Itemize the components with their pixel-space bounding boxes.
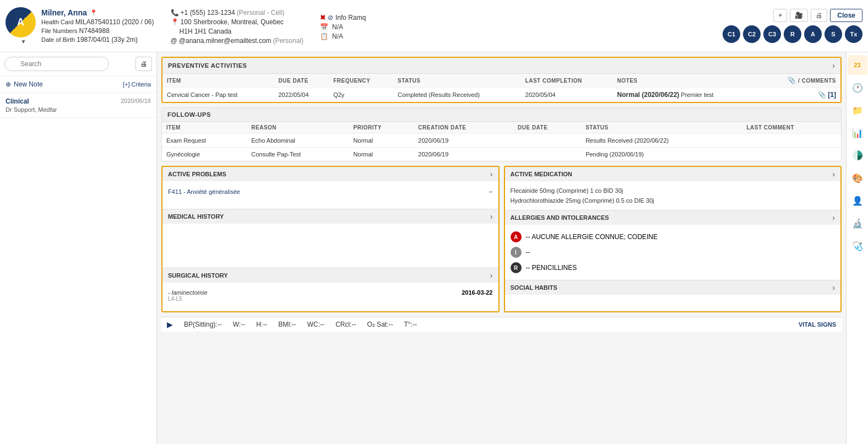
file-numbers: File Numbers N7484988 xyxy=(41,27,154,35)
active-medication-expand-icon[interactable]: › xyxy=(832,170,835,178)
add-button[interactable]: + xyxy=(773,9,787,22)
print-button[interactable]: 🖨 xyxy=(811,9,827,22)
social-habits-expand-icon[interactable]: › xyxy=(832,283,835,292)
active-medication-title: ACTIVE MEDICATION xyxy=(511,171,572,177)
criteria-button[interactable]: [+] Criteria xyxy=(123,81,151,88)
col-item: ITEM xyxy=(162,74,274,88)
close-button[interactable]: Close xyxy=(830,9,862,22)
active-problems-expand-icon[interactable]: › xyxy=(490,170,493,178)
sidebar-search-area: 🔍 🖨 xyxy=(0,52,156,76)
search-input[interactable] xyxy=(4,57,109,71)
o2-value: O₂ Sat:-- xyxy=(367,321,393,328)
pin-icon: 📍 xyxy=(90,9,97,17)
location-icon: 📍 xyxy=(171,18,179,26)
patient-address1: 📍 100 Sherbrooke, Montreal, Quebec xyxy=(171,18,303,26)
preventive-status: Completed (Results Received) xyxy=(393,88,521,102)
ramq-na2: 📋 N/A xyxy=(320,33,366,40)
c2-button[interactable]: C2 xyxy=(743,25,761,43)
fu-status: Pending (2020/06/19) xyxy=(581,148,742,161)
a-button[interactable]: A xyxy=(804,25,822,43)
surgical-history-expand-icon[interactable]: › xyxy=(490,271,493,280)
c3-button[interactable]: C3 xyxy=(763,25,781,43)
medical-history-title: MEDICAL HISTORY xyxy=(168,213,224,220)
email-icon: @ xyxy=(171,37,177,45)
patient-ramq: ✖ ⊘ Info Ramq 📅 N/A 📋 N/A xyxy=(320,12,366,40)
patient-avatar[interactable]: A xyxy=(6,7,36,37)
problem-item[interactable]: F411 - Anxiété généralisée – xyxy=(168,186,493,198)
followup-row[interactable]: Gynécologie Consulte Pap-Test Normal 202… xyxy=(162,148,841,161)
toolbar-btn-palette[interactable]: 🎨 xyxy=(848,168,867,188)
patient-info: Milner, Anna 📍 Health Card MILA87540110 … xyxy=(41,8,154,44)
allergies-expand-icon[interactable]: › xyxy=(832,213,835,222)
video-button[interactable]: 🎥 xyxy=(790,9,808,22)
status-bar-arrow[interactable]: ▶ xyxy=(167,320,173,329)
circle-buttons: C1 C2 C3 R A S Tx xyxy=(723,25,862,43)
preventive-activities-title: PREVENTIVE ACTIVITIES xyxy=(168,62,247,69)
s-button[interactable]: S xyxy=(824,25,842,43)
medical-history-section: MEDICAL HISTORY › xyxy=(162,209,498,268)
preventive-activities-table-wrapper: ITEM DUE DATE FREQUENCY STATUS LAST COMP… xyxy=(162,74,840,102)
toolbar-btn-folder[interactable]: 📁 xyxy=(848,100,867,120)
allergy-item[interactable]: I -- xyxy=(511,245,836,260)
followup-row[interactable]: Exam Request Echo Abdominal Normal 2020/… xyxy=(162,134,841,148)
preventive-comments[interactable]: 📎 [1] xyxy=(761,88,840,102)
medication-item[interactable]: Hydrochlorothiazide 25mg (Comprimé) 0.5 … xyxy=(511,196,836,205)
temp-value: T°:-- xyxy=(404,321,416,328)
toolbar-btn-clock[interactable]: 🕐 xyxy=(848,78,867,98)
patient-address2: H1H 1H1 Canada xyxy=(171,28,303,35)
date-of-birth: Date of Birth 1987/04/01 (33y 2m) xyxy=(41,36,154,44)
new-note-button[interactable]: ⊕ New Note xyxy=(6,80,43,88)
avatar-chevron-icon[interactable]: ▼ xyxy=(21,39,26,45)
col-notes: NOTES xyxy=(613,74,761,88)
content-area: PREVENTIVE ACTIVITIES › ITEM DUE DATE FR… xyxy=(157,52,846,444)
toolbar-btn-stethoscope[interactable]: 🩺 xyxy=(848,236,867,256)
allergies-title: ALLERGIES AND INTOLERANCES xyxy=(511,214,609,221)
ramq-error-icon: ✖ xyxy=(320,14,326,21)
sidebar-note-item[interactable]: Clinical 2020/06/18 Dr Support, Medfar xyxy=(0,93,156,118)
calendar-icon: 📅 xyxy=(320,23,328,31)
preventive-activities-table: ITEM DUE DATE FREQUENCY STATUS LAST COMP… xyxy=(162,74,840,102)
toolbar-btn-user[interactable]: 👤 xyxy=(848,191,867,210)
health-card: Health Card MILA87540110 (2020 / 06) xyxy=(41,18,154,26)
toolbar-btn-lab[interactable]: 🔬 xyxy=(848,213,867,233)
allergy-item[interactable]: R -- PENICILLINES xyxy=(511,260,836,275)
toolbar-btn-23[interactable]: 23 xyxy=(848,55,867,75)
patient-phone: 📞 +1 (555) 123-1234 (Personal - Cell) xyxy=(171,9,303,17)
allergy-item[interactable]: A -- AUCUNE ALLERGIE CONNUE; CODEINE xyxy=(511,229,836,245)
preventive-notes: Normal (2020/06/22) Premier test xyxy=(613,88,761,102)
sidebar-print-button[interactable]: 🖨 xyxy=(135,57,152,71)
allergy-badge-a: A xyxy=(511,231,522,242)
r-button[interactable]: R xyxy=(784,25,801,43)
surgical-history-title: SURGICAL HISTORY xyxy=(168,272,228,279)
preventive-item: Cervical Cancer - Pap test xyxy=(162,88,274,102)
toolbar-btn-chart[interactable]: 📊 xyxy=(848,123,867,143)
fu-col-item: ITEM xyxy=(162,122,247,134)
toolbar-btn-pie[interactable] xyxy=(848,145,867,165)
medication-item[interactable]: Flecainide 50mg (Comprimé) 1 co BID 30j xyxy=(511,186,836,196)
note-header: Clinical 2020/06/18 xyxy=(6,98,151,105)
preventive-activities-expand-icon[interactable]: › xyxy=(832,61,835,70)
right-combined-panel: ACTIVE MEDICATION › Flecainide 50mg (Com… xyxy=(504,166,842,312)
phone-icon: 📞 xyxy=(171,9,179,17)
fu-priority: Normal xyxy=(349,134,414,148)
fu-status: Results Received (2020/06/22) xyxy=(581,134,742,148)
patient-contact: 📞 +1 (555) 123-1234 (Personal - Cell) 📍 … xyxy=(171,7,303,45)
left-combined-panel: ACTIVE PROBLEMS › F411 - Anxiété général… xyxy=(161,166,500,312)
fu-reason: Consulte Pap-Test xyxy=(247,148,349,161)
preventive-activities-header: PREVENTIVE ACTIVITIES › xyxy=(162,58,840,74)
fu-col-priority: PRIORITY xyxy=(349,122,414,134)
followups-header: FOLLOW-UPS xyxy=(162,108,841,122)
bmi-value: BMI:-- xyxy=(278,321,296,328)
preventive-due-date: 2022/05/04 xyxy=(274,88,329,102)
preventive-row[interactable]: Cervical Cancer - Pap test 2022/05/04 Q2… xyxy=(162,88,840,102)
fu-col-reason: REASON xyxy=(247,122,349,134)
c1-button[interactable]: C1 xyxy=(723,25,740,43)
tx-button[interactable]: Tx xyxy=(845,25,862,43)
fu-col-last-comment: LAST COMMENT xyxy=(742,122,841,134)
fu-last-comment xyxy=(742,148,841,161)
preventive-activities-panel: PREVENTIVE ACTIVITIES › ITEM DUE DATE FR… xyxy=(161,57,842,103)
medical-history-expand-icon[interactable]: › xyxy=(490,212,493,221)
surgical-item[interactable]: - laminectomie L4-L5 2016-03-22 xyxy=(168,287,493,304)
fu-creation-date: 2020/06/19 xyxy=(414,148,513,161)
search-wrapper: 🔍 xyxy=(4,57,133,71)
